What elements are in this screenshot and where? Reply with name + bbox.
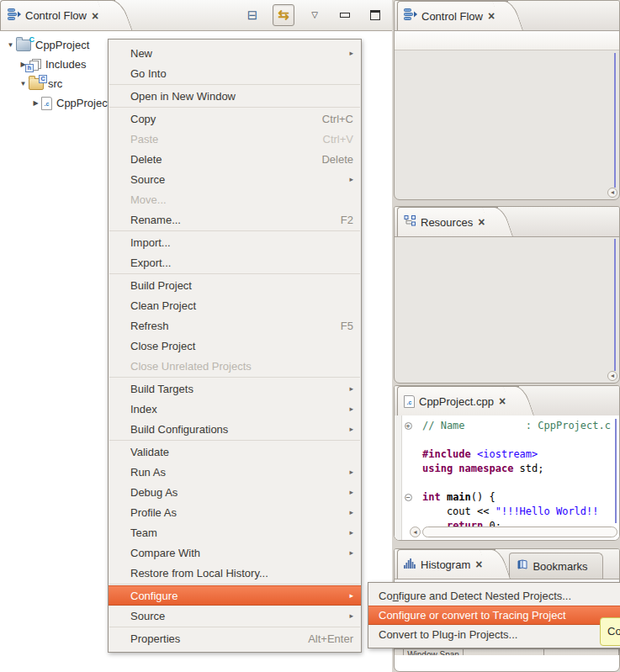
menu-item-source[interactable]: Source▸ [109, 169, 361, 189]
header-cell-window-span: Window Span [404, 649, 464, 655]
menu-item-new[interactable]: New▸ [109, 43, 361, 63]
close-icon[interactable]: × [92, 10, 98, 22]
menu-shortcut: Delete [321, 153, 353, 166]
menu-item-label: Delete [130, 153, 311, 166]
menu-shortcut: Ctrl+C [322, 113, 353, 125]
bottom-tabbar: Histogram × Bookmarks [395, 549, 619, 579]
menu-item-team[interactable]: Team▸ [109, 522, 361, 542]
view-toolbar: ⊟⇆▽ [242, 0, 385, 29]
tab-label: Bookmarks [533, 560, 587, 573]
menu-item-import[interactable]: Import... [109, 232, 361, 252]
submenu-arrow-icon: ▸ [345, 528, 353, 537]
expander-open-icon[interactable]: ▼ [18, 80, 29, 87]
cfile-icon: .c [41, 97, 52, 110]
vertical-scrollbar[interactable] [614, 239, 616, 371]
code-token: "!!!Hello World!! [495, 505, 599, 519]
menu-item-label: Build Targets [130, 383, 345, 395]
menu-item-configure[interactable]: Configure▸ [109, 585, 361, 606]
menu-item-delete[interactable]: DeleteDelete [109, 149, 361, 169]
menu-item-compare-with[interactable]: Compare With▸ [109, 542, 361, 563]
resources-tabbar: Resources × [395, 207, 619, 237]
close-icon[interactable]: × [488, 10, 495, 22]
menu-shortcut: Ctrl+V [323, 133, 353, 146]
menu-item-go-into[interactable]: Go Into [109, 63, 361, 83]
menu-item-build-project[interactable]: Build Project [109, 275, 361, 295]
menu-item-configure-and-detect-nested-projects[interactable]: Configure and Detect Nested Projects... [368, 586, 620, 606]
close-icon[interactable]: × [478, 216, 485, 228]
code-line [402, 433, 619, 447]
fold-minus-icon: − [402, 494, 414, 501]
menu-item-label: Team [130, 526, 345, 539]
view-menu-button[interactable]: ▽ [305, 5, 325, 25]
menu-item-properties[interactable]: PropertiesAlt+Enter [109, 628, 361, 648]
scrollbar-track[interactable] [422, 526, 617, 537]
view-toolbar-strip [395, 31, 619, 50]
code-token: int [422, 490, 441, 505]
menu-item-paste: PasteCtrl+V [109, 129, 361, 149]
code-token [453, 462, 458, 476]
menu-item-label: Import... [130, 236, 353, 249]
vertical-scrollbar[interactable] [615, 419, 617, 523]
menu-item-copy[interactable]: CopyCtrl+C [109, 108, 361, 129]
collapse-all-button[interactable]: ⊟ [242, 5, 262, 25]
code-token: using [422, 462, 453, 476]
scroll-left-icon[interactable]: ◂ [410, 526, 421, 537]
control-flow-right-panel: Control Flow × ◂ [394, 0, 620, 200]
scroll-left-icon[interactable]: ◂ [607, 188, 617, 198]
tab-label: Control Flow [421, 10, 483, 23]
menu-item-label: New [130, 47, 345, 60]
header-cell [544, 649, 619, 655]
vertical-scrollbar[interactable] [614, 53, 616, 188]
submenu-arrow-icon: ▸ [345, 384, 353, 393]
close-icon[interactable]: × [475, 558, 482, 570]
cfolder-icon: C [29, 78, 44, 90]
menu-item-close-project[interactable]: Close Project [109, 336, 361, 356]
menu-item-validate[interactable]: Validate [109, 442, 361, 462]
horizontal-scrollbar[interactable]: ◂ [410, 526, 617, 537]
link-with-editor-button[interactable]: ⇆ [273, 4, 294, 26]
menu-item-profile-as[interactable]: Profile As▸ [109, 502, 361, 522]
menu-item-label: Restore from Local History... [130, 567, 353, 579]
menu-item-run-as[interactable]: Run As▸ [109, 462, 361, 482]
menu-item-source[interactable]: Source▸ [109, 606, 361, 626]
code-token: () { [471, 490, 495, 505]
menu-item-configure-or-convert-to-tracing-project[interactable]: Configure or convert to Tracing Project [368, 606, 620, 625]
menu-item-label: Build Configurations [130, 423, 345, 436]
icon-badge: C [29, 35, 35, 44]
tab-label: Resources [421, 216, 473, 229]
code-token: namespace [458, 462, 513, 476]
menu-item-restore-from-local-history[interactable]: Restore from Local History... [109, 563, 361, 583]
tab-histogram[interactable]: Histogram × [397, 549, 495, 579]
code-editor[interactable]: +// Name : CppProject.c#include <iostrea… [395, 415, 619, 540]
minimize-button[interactable] [335, 5, 355, 25]
menu-item-label: Build Project [130, 279, 353, 292]
menu-item-build-targets[interactable]: Build Targets▸ [109, 378, 361, 399]
scroll-left-icon[interactable]: ◂ [607, 371, 617, 381]
menu-item-rename[interactable]: Rename...F2 [109, 209, 361, 230]
menu-item-label: Open in New Window [130, 90, 353, 103]
expander-closed-icon[interactable]: ▶ [30, 99, 41, 107]
menu-item-refresh[interactable]: RefreshF5 [109, 315, 361, 336]
expander-open-icon[interactable]: ▼ [5, 41, 16, 49]
tab-bookmarks[interactable]: Bookmarks [509, 553, 603, 579]
menu-item-build-configurations[interactable]: Build Configurations▸ [109, 419, 361, 439]
code-token [441, 490, 447, 505]
code-area[interactable]: +// Name : CppProject.c#include <iostrea… [402, 419, 619, 533]
menu-item-open-in-new-window[interactable]: Open in New Window [109, 86, 361, 106]
tab-control-flow-right[interactable]: Control Flow × [397, 1, 508, 30]
menu-separator [109, 84, 360, 85]
menu-item-convert-to-plug-in-projects[interactable]: Convert to Plug-in Projects... [368, 625, 620, 644]
code-token: #include [422, 447, 471, 462]
menu-item-clean-project[interactable]: Clean Project [109, 295, 361, 315]
close-icon[interactable]: × [499, 395, 506, 407]
tree-item-label: CppProject [35, 39, 89, 51]
menu-item-debug-as[interactable]: Debug As▸ [109, 482, 361, 502]
menu-item-index[interactable]: Index▸ [109, 399, 361, 419]
menu-item-export[interactable]: Export... [109, 252, 361, 273]
tab-cppproject-cpp[interactable]: .c CppProject.cpp × [397, 386, 519, 415]
tab-control-flow[interactable]: Control Flow × [0, 0, 115, 30]
maximize-button[interactable] [365, 5, 385, 25]
tab-resources[interactable]: Resources × [397, 207, 498, 236]
control-flow-right-tabbar: Control Flow × [395, 1, 619, 31]
includes-icon: h [29, 59, 41, 70]
